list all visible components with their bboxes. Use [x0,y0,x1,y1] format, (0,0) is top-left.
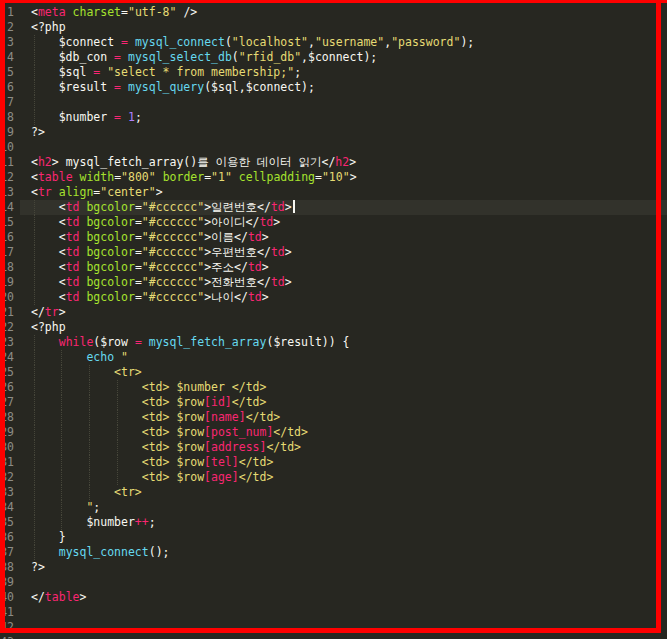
code-line[interactable]: 5 $sql = "select * from membership;"; [0,65,667,80]
code-line[interactable]: 43 [0,635,667,639]
code-token: $result [31,80,114,94]
code-token: ,$connect); [301,50,377,64]
code-line[interactable]: 15 <td bgcolor="#cccccc">아이디</td> [0,215,667,230]
code-token [121,80,128,94]
code-line[interactable]: 8 $number = 1; [0,110,667,125]
code-token: >일련번호</ [204,200,271,214]
code-token: [id] [204,395,232,409]
code-line[interactable]: 39 [0,575,667,590]
code-token [114,350,121,364]
code-line[interactable]: 24 echo " [0,350,667,365]
code-token: meta [38,5,66,19]
code-line[interactable]: 32 <td> $row[age]</td> [0,470,667,485]
code-token: "#cccccc" [142,290,204,304]
code-token: </td> [232,395,267,409]
code-text: ?> [31,560,45,575]
code-line[interactable]: 31 <td> $row[tel]</td> [0,455,667,470]
code-line[interactable]: 7 [0,95,667,110]
code-line[interactable]: 16 <td bgcolor="#cccccc">이름</td> [0,230,667,245]
code-token: mysql_fetch_array [149,335,267,349]
code-token: h2 [38,155,52,169]
code-line[interactable]: 17 <td bgcolor="#cccccc">우편번호</td> [0,245,667,260]
code-line[interactable]: 25 <tr> [0,365,667,380]
code-token: </ [31,305,45,319]
code-line[interactable]: 9?> [0,125,667,140]
code-token: tr [38,185,52,199]
code-line[interactable]: 6 $result = mysql_query($sql,$connect); [0,80,667,95]
code-line[interactable]: 10 [0,140,667,155]
code-text: <td bgcolor="#cccccc">주소</td> [31,260,269,275]
code-token: ?> [31,125,45,139]
code-token: = [135,230,142,244]
code-token [52,185,59,199]
code-line[interactable]: 18 <td bgcolor="#cccccc">주소</td> [0,260,667,275]
code-token: > [79,590,86,604]
code-token: < [31,245,66,259]
code-token: < [31,260,66,274]
code-text: $number++; [31,515,156,530]
code-token: td [66,215,80,229]
code-token: < [31,230,66,244]
code-token: ($sql,$connect); [204,80,315,94]
code-token: </td> [239,470,274,484]
code-token: cellpadding [239,170,315,184]
code-token: </td> [273,425,308,439]
code-line[interactable]: 2<?php [0,20,667,35]
code-text: $connect = mysql_connect("localhost","us… [31,35,474,50]
code-line[interactable]: 28 <td> $row[name]</td> [0,410,667,425]
code-text: $number = 1; [31,110,142,125]
code-line[interactable]: 26 <td> $number </td> [0,380,667,395]
annotation-rectangle-top-edge [0,0,667,3]
code-text: <td bgcolor="#cccccc">아이디</td> [31,215,280,230]
code-line[interactable]: 35 $number++; [0,515,667,530]
code-token [73,170,80,184]
code-line[interactable]: 12<table width="800" border="1" cellpadd… [0,170,667,185]
code-token: ++ [135,515,149,529]
code-token: < [31,155,38,169]
code-token: "#cccccc" [142,275,204,289]
code-line[interactable]: 38?> [0,560,667,575]
code-token: < [31,275,66,289]
code-token [31,545,59,559]
code-line[interactable]: 21</tr> [0,305,667,320]
code-line[interactable]: 1<meta charset="utf-8" /> [0,5,667,20]
code-token: = [114,50,121,64]
code-line[interactable]: 20 <td bgcolor="#cccccc">나이</td> [0,290,667,305]
code-line[interactable]: 27 <td> $row[id]</td> [0,395,667,410]
code-token: > [285,275,292,289]
code-line[interactable]: 19 <td bgcolor="#cccccc">전화번호</td> [0,275,667,290]
code-line[interactable]: 40</table> [0,590,667,605]
code-token: ($row [93,335,135,349]
code-token: </td> [246,410,281,424]
code-token: <?php [31,320,66,334]
code-line[interactable]: 30 <td> $row[address]</td> [0,440,667,455]
code-token: </td> [239,455,274,469]
code-editor[interactable]: 1<meta charset="utf-8" />2<?php3 $connec… [0,0,667,639]
code-line[interactable]: 3 $connect = mysql_connect("localhost","… [0,35,667,50]
code-token: border [163,170,205,184]
code-text: </table> [31,590,86,605]
code-line[interactable]: 36 } [0,530,667,545]
code-line[interactable]: 34 "; [0,500,667,515]
code-line[interactable]: 29 <td> $row[post_num]</td> [0,425,667,440]
code-token: td [66,230,80,244]
code-token: = [114,80,121,94]
code-token: = [135,290,142,304]
code-token: bgcolor [86,275,134,289]
code-line[interactable]: 41 [0,605,667,620]
line-number: 9 [7,125,14,140]
code-line[interactable]: 22<?php [0,320,667,335]
code-token: "center" [100,185,155,199]
line-number: 3 [7,35,14,50]
code-line[interactable]: 37 mysql_connect(); [0,545,667,560]
code-line[interactable]: 23 while($row = mysql_fetch_array($resul… [0,335,667,350]
code-text: <table width="800" border="1" cellpaddin… [31,170,357,185]
code-line[interactable]: 11<h2> mysql_fetch_array()를 이용한 데이터 읽기</… [0,155,667,170]
code-text: <h2> mysql_fetch_array()를 이용한 데이터 읽기</h2… [31,155,356,170]
code-line[interactable]: 13<tr align="center"> [0,185,667,200]
code-line[interactable]: 33 <tr> [0,485,667,500]
code-line-current[interactable]: 14 <td bgcolor="#cccccc">일련번호</td> [0,200,667,215]
code-line[interactable]: 4 $db_con = mysql_select_db("rfid_db",$c… [0,50,667,65]
code-token: <tr> [31,365,142,379]
code-text: <td> $row[address]</td> [31,440,301,455]
